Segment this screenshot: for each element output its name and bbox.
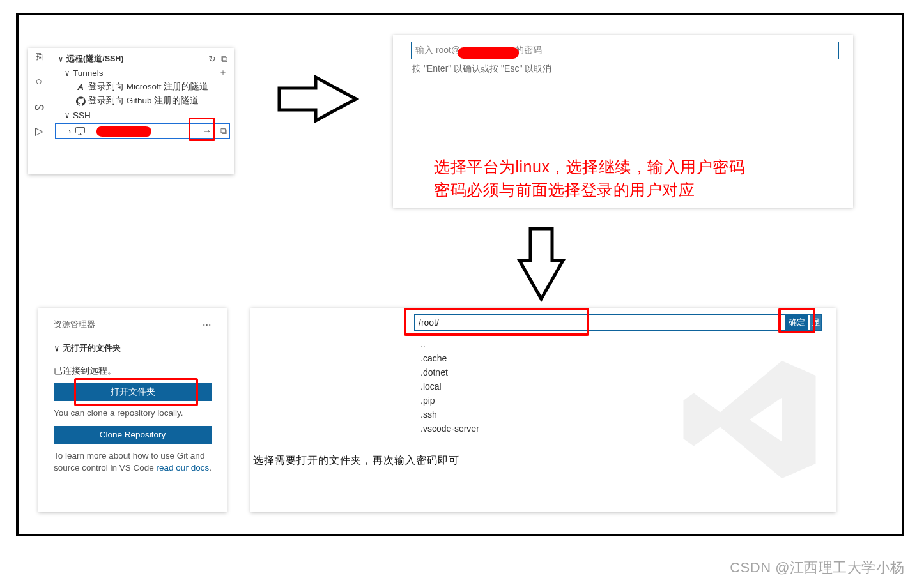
ssh-label: SSH <box>73 110 91 120</box>
refresh-icon[interactable]: ↻ <box>208 54 216 65</box>
activity-debug-icon[interactable]: ▷ <box>35 125 43 138</box>
explorer-header: 资源管理器 ··· <box>54 319 212 330</box>
tunnel-gh-item[interactable]: 登录到向 Github 注册的隧道 <box>55 94 230 108</box>
tunnel-ms-item[interactable]: A 登录到向 Microsoft 注册的隧道 <box>55 80 230 94</box>
folder-item[interactable]: .pip <box>414 393 822 407</box>
connected-text: 已连接到远程。 <box>54 365 212 377</box>
annotation-line2: 密码必须与前面选择登录的用户对应 <box>434 178 745 201</box>
activity-scm-icon[interactable]: ᔕ <box>35 100 44 113</box>
highlight-box <box>404 308 589 336</box>
activity-files-icon[interactable]: ⎘ <box>36 51 42 64</box>
chevron-down-icon[interactable]: ∨ <box>65 68 70 78</box>
read-docs-link[interactable]: read our docs <box>157 463 210 473</box>
password-prompt-panel: 输入 root@的密码 按 "Enter" 以确认或按 "Esc" 以取消 选择… <box>393 35 853 208</box>
folder-dropdown: .. .cache .dotnet .local .pip .ssh .vsco… <box>414 335 822 438</box>
folder-item[interactable]: .. <box>414 337 822 351</box>
open-terminal-icon[interactable]: ⧉ <box>220 126 227 137</box>
redaction-mark <box>458 47 519 59</box>
folder-caption: 选择需要打开的文件夹，再次输入密码即可 <box>253 454 459 467</box>
tunnels-label: Tunnels <box>73 68 104 78</box>
explorer-panel: 资源管理器 ··· ∨ 无打开的文件夹 已连接到远程。 打开文件夹 You ca… <box>38 308 227 512</box>
folder-item[interactable]: .vscode-server <box>414 422 822 436</box>
password-input[interactable]: 输入 root@的密码 <box>412 42 838 59</box>
flow-arrow-right-icon <box>276 74 359 124</box>
no-folder-section[interactable]: ∨ 无打开的文件夹 <box>54 343 212 354</box>
chevron-down-icon[interactable]: ∨ <box>65 110 70 120</box>
highlight-box <box>778 308 815 333</box>
chevron-right-icon: › <box>68 126 71 136</box>
no-folder-label: 无打开的文件夹 <box>63 343 121 354</box>
github-icon <box>75 96 86 106</box>
ssh-host-item[interactable]: › → ⧉ <box>55 123 230 139</box>
open-folder-wrap: 打开文件夹 <box>54 383 212 401</box>
clone-hint: You can clone a repository locally. <box>54 407 212 420</box>
tunnel-ms-label: 登录到向 Microsoft 注册的隧道 <box>88 81 208 93</box>
annotation-text: 选择平台为linux，选择继续，输入用户密码 密码必须与前面选择登录的用户对应 <box>434 155 745 202</box>
folder-item[interactable]: .dotnet <box>414 365 822 379</box>
clone-repo-button[interactable]: Clone Repository <box>54 426 212 444</box>
password-hint: 按 "Enter" 以确认或按 "Esc" 以取消 <box>412 63 551 75</box>
highlight-box <box>74 378 198 406</box>
password-input-wrap: 输入 root@的密码 <box>411 42 839 59</box>
redaction-mark <box>96 126 151 137</box>
annotation-line1: 选择平台为linux，选择继续，输入用户密码 <box>434 155 745 178</box>
add-icon[interactable]: ＋ <box>219 67 227 79</box>
chevron-down-icon[interactable]: ∨ <box>58 54 63 64</box>
azure-icon: A <box>75 82 86 92</box>
learn-more-text: To learn more about how to use Git and s… <box>54 450 212 475</box>
highlight-box <box>189 118 215 141</box>
tunnel-gh-label: 登录到向 Github 注册的隧道 <box>88 95 199 107</box>
flow-arrow-down-icon <box>516 225 566 302</box>
activity-bar: ⎘ ○ ᔕ ▷ <box>28 48 50 174</box>
remote-explorer-panel: ⎘ ○ ᔕ ▷ ∨ 远程(隧道/SSH) ↻ ⧉ ∨ Tunnels ＋ A 登… <box>28 48 234 174</box>
more-icon[interactable]: ··· <box>203 321 212 330</box>
folder-item[interactable]: .local <box>414 379 822 393</box>
remote-explorer-body: ∨ 远程(隧道/SSH) ↻ ⧉ ∨ Tunnels ＋ A 登录到向 Micr… <box>51 48 234 174</box>
explorer-title: 资源管理器 <box>54 319 95 330</box>
monitor-icon <box>75 127 86 135</box>
csdn-watermark: CSDN @江西理工大学小杨 <box>730 558 905 577</box>
folder-item[interactable]: .ssh <box>414 407 822 422</box>
remote-section-title: 远程(隧道/SSH) <box>66 54 124 65</box>
folder-picker-panel: /root/ 确定 显 .. .cache .dotnet .local .pi… <box>250 308 836 512</box>
activity-search-icon[interactable]: ○ <box>36 75 42 88</box>
folder-item[interactable]: .cache <box>414 351 822 365</box>
placeholder-prefix: 输入 root@ <box>415 45 460 56</box>
placeholder-suffix: 的密码 <box>515 45 542 56</box>
new-window-icon[interactable]: ⧉ <box>221 54 227 65</box>
chevron-down-icon: ∨ <box>54 344 59 353</box>
svg-rect-0 <box>76 127 85 133</box>
